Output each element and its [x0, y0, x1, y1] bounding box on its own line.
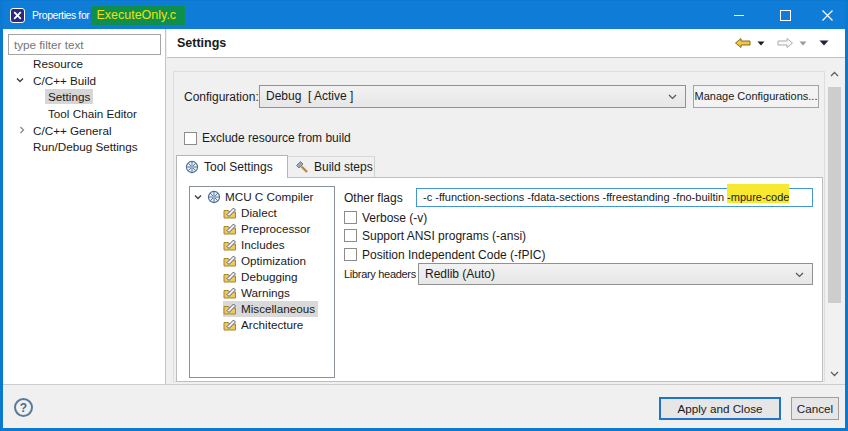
manage-configurations-button[interactable]: Manage Configurations...	[693, 85, 819, 108]
category-icon	[223, 238, 237, 252]
back-arrow-icon[interactable]	[734, 37, 752, 49]
exclude-resource-label: Exclude resource from build	[202, 131, 351, 146]
tab-build-steps[interactable]: Build steps	[288, 156, 375, 177]
view-menu-icon[interactable]	[819, 40, 829, 46]
ansi-checkbox[interactable]	[344, 229, 357, 242]
tree-item-debugging[interactable]: Debugging	[223, 269, 298, 285]
other-flags-highlight: -mpure-code	[727, 191, 789, 203]
tree-item-dialect[interactable]: Dialect	[223, 205, 277, 221]
category-icon	[223, 286, 237, 300]
configuration-label: Configuration:	[184, 90, 259, 105]
back-menu-caret-icon[interactable]	[757, 41, 765, 46]
sidebar: type filter text Resource C/C++ Build Se…	[2, 29, 166, 384]
sidebar-item-cpp-general[interactable]: C/C++ General	[33, 122, 112, 139]
window-title-filename: ExecuteOnly.c	[91, 6, 185, 25]
tree-item-preprocessor[interactable]: Preprocessor	[223, 221, 311, 237]
tree-item-architecture[interactable]: Architecture	[223, 317, 303, 333]
library-headers-label: Library headers	[344, 267, 416, 282]
tree-item-miscellaneous[interactable]: Miscellaneous	[223, 301, 318, 317]
tool-settings-icon	[185, 160, 199, 174]
forward-menu-caret-icon[interactable]	[799, 41, 807, 46]
forward-arrow-icon[interactable]	[776, 37, 794, 49]
library-headers-combo[interactable]: Redlib (Auto)	[418, 263, 813, 285]
scrollbar-thumb[interactable]	[828, 87, 841, 303]
scroll-down-icon[interactable]	[830, 371, 839, 377]
combo-chevron-icon	[668, 94, 677, 100]
help-button[interactable]: ?	[14, 398, 33, 417]
filter-input[interactable]: type filter text	[8, 34, 161, 55]
ansi-label: Support ANSI programs (-ansi)	[362, 229, 526, 244]
chevron-right-icon[interactable]	[17, 125, 27, 135]
category-icon	[223, 270, 237, 284]
footer-divider	[2, 384, 846, 385]
sidebar-item-settings[interactable]: Settings	[45, 88, 93, 105]
properties-dialog: Properties for ExecuteOnly.c type filter…	[0, 0, 848, 431]
verbose-checkbox[interactable]	[344, 211, 357, 224]
other-flags-text: -c -ffunction-sections -fdata-sections -…	[423, 191, 727, 203]
close-button[interactable]	[810, 1, 844, 29]
build-steps-icon	[295, 160, 309, 174]
category-icon	[223, 302, 237, 316]
maximize-icon	[780, 10, 791, 21]
page-title: Settings	[177, 36, 226, 50]
cancel-button[interactable]: Cancel	[791, 397, 839, 420]
sidebar-item-resource[interactable]: Resource	[33, 55, 83, 72]
fpic-label: Position Independent Code (-fPIC)	[362, 248, 545, 263]
close-icon	[822, 10, 833, 21]
minimize-icon	[734, 10, 745, 21]
tree-item-optimization[interactable]: Optimization	[223, 253, 306, 269]
maximize-button[interactable]	[768, 1, 802, 29]
chevron-down-icon[interactable]	[15, 75, 25, 85]
sidebar-item-run-debug-settings[interactable]: Run/Debug Settings	[33, 138, 138, 155]
eclipse-icon	[10, 8, 25, 23]
other-flags-input[interactable]: -c -ffunction-sections -fdata-sections -…	[416, 188, 813, 207]
scroll-up-icon[interactable]	[830, 71, 839, 77]
other-flags-label: Other flags	[344, 191, 403, 206]
apply-and-close-button[interactable]: Apply and Close	[659, 397, 781, 420]
fpic-checkbox[interactable]	[344, 248, 357, 261]
minimize-button[interactable]	[722, 1, 756, 29]
verbose-label: Verbose (-v)	[362, 211, 427, 226]
chevron-down-icon[interactable]	[193, 192, 203, 202]
tree-item-mcu-c-compiler[interactable]: MCU C Compiler	[193, 189, 313, 205]
window-title: Properties for	[32, 9, 89, 21]
page-header: Settings	[167, 29, 846, 58]
tree-item-warnings[interactable]: Warnings	[223, 285, 290, 301]
tab-tool-settings[interactable]: Tool Settings	[176, 155, 288, 178]
compiler-icon	[207, 190, 221, 204]
sidebar-item-cpp-build[interactable]: C/C++ Build	[33, 72, 96, 89]
configuration-combo[interactable]: Debug [ Active ]	[259, 85, 686, 108]
combo-chevron-icon	[795, 272, 804, 278]
category-icon	[223, 318, 237, 332]
title-bar[interactable]: Properties for ExecuteOnly.c	[1, 1, 847, 29]
category-icon	[223, 254, 237, 268]
category-icon	[223, 222, 237, 236]
vertical-scrollbar[interactable]	[827, 59, 842, 384]
category-icon	[223, 206, 237, 220]
sidebar-item-tool-chain-editor[interactable]: Tool Chain Editor	[48, 105, 137, 122]
exclude-resource-checkbox[interactable]	[184, 132, 197, 145]
tree-item-includes[interactable]: Includes	[223, 237, 285, 253]
